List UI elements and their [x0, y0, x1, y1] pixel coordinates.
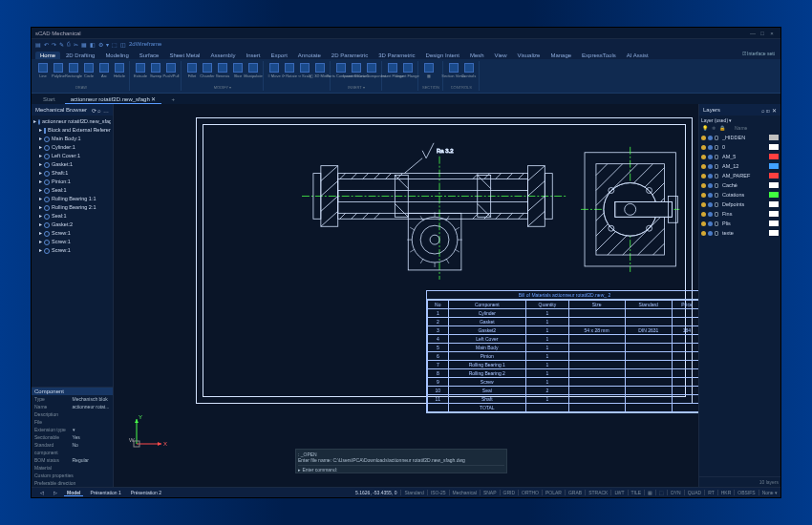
ribbon-button-circle[interactable]: Circle: [82, 62, 96, 79]
freeze-icon[interactable]: [708, 231, 713, 236]
status-toggle-strack[interactable]: STRACK: [585, 490, 610, 495]
property-row[interactable]: File: [32, 418, 113, 426]
tree-node[interactable]: ▸Seal:1: [33, 212, 111, 220]
minimize-button[interactable]: —: [748, 31, 758, 36]
ribbon-button-polyline[interactable]: Polyline: [52, 62, 65, 79]
visibility-icon[interactable]: [701, 212, 706, 217]
status-toggle-none-[interactable]: None ▾: [759, 490, 780, 495]
visibility-icon[interactable]: [701, 202, 706, 207]
freeze-icon[interactable]: [708, 164, 713, 169]
ribbon-button--rotate[interactable]: ⟳ Rotate: [283, 62, 296, 79]
status-toggle-grab[interactable]: GRAB: [565, 490, 585, 495]
status-toggle-snap[interactable]: SNAP: [480, 490, 500, 495]
ribbon-tab-2d-parametric[interactable]: 2D Parametric: [327, 52, 373, 59]
visibility-icon[interactable]: [701, 174, 706, 178]
tree-node[interactable]: ▸Left Cover:1: [33, 152, 111, 160]
tree-node[interactable]: ▸Shaft:1: [33, 169, 111, 178]
ribbon-tab-insert[interactable]: Insert: [241, 52, 265, 59]
ribbon-tab-assembly[interactable]: Assembly: [205, 52, 240, 59]
visibility-icon[interactable]: [701, 136, 706, 140]
layout-tab[interactable]: ▷: [51, 490, 60, 496]
visibility-icon[interactable]: [701, 155, 706, 159]
status-toggle-ortho[interactable]: ORTHO: [518, 490, 542, 495]
status-toggle-quad[interactable]: QUAD: [684, 490, 704, 495]
color-swatch[interactable]: [769, 135, 779, 140]
layer-row[interactable]: AM_PAREF: [701, 171, 779, 180]
ribbon-tab-3d-parametric[interactable]: 3D Parametric: [374, 52, 419, 59]
layout-tab[interactable]: Model: [64, 490, 83, 496]
command-line[interactable]: : _OPEN Enter file name: C:\Users\PCA\Do…: [295, 449, 507, 473]
lock-icon[interactable]: [715, 202, 718, 207]
interface-settings-toggle[interactable]: ☑ Interface sett: [742, 51, 775, 56]
freeze-icon[interactable]: [708, 212, 713, 217]
ribbon-button-slice[interactable]: Slice: [231, 62, 245, 79]
property-row[interactable]: Nameactionneur rotat...: [32, 403, 113, 410]
tree-node[interactable]: ▸Pinion:1: [33, 178, 111, 186]
tree-node[interactable]: ▸Seal:1: [33, 186, 111, 195]
freeze-icon[interactable]: [708, 202, 713, 207]
visibility-icon[interactable]: [701, 221, 706, 226]
component-tree[interactable]: ▸actionneur rotatif2D.new_sfagh▸Block an…: [32, 116, 113, 387]
status-toggle-grid[interactable]: GRID: [500, 490, 519, 495]
tree-node[interactable]: ▸Gasket:1: [33, 160, 111, 169]
layer-row[interactable]: AM_5: [701, 152, 779, 161]
layout-tab[interactable]: ◁: [37, 490, 47, 496]
ucs-icon[interactable]: X Y W: [129, 413, 167, 452]
ribbon-tab-annotate[interactable]: Annotate: [293, 52, 326, 59]
status-toggle-mechanical[interactable]: Mechanical: [449, 490, 480, 495]
visibility-icon[interactable]: [701, 145, 706, 150]
tree-node[interactable]: ▸Cylinder:1: [33, 143, 111, 152]
tree-node[interactable]: ▸Block and External References: [33, 126, 111, 135]
layer-row[interactable]: AM_12: [701, 161, 779, 171]
ribbon-tab-modeling[interactable]: Modeling: [100, 52, 133, 59]
color-swatch[interactable]: [769, 192, 779, 198]
ribbon-tab-ai-assist[interactable]: AI Assist: [622, 52, 653, 59]
lock-icon[interactable]: [715, 231, 718, 236]
color-swatch[interactable]: [769, 144, 779, 150]
ribbon-button-rectangle[interactable]: Rectangle: [67, 62, 80, 79]
layer-row[interactable]: Cotations: [701, 190, 779, 200]
visibility-icon[interactable]: [701, 183, 706, 188]
layer-row[interactable]: Defpoints: [701, 200, 779, 209]
panel-actions[interactable]: ⟳ ⌕ …: [92, 107, 109, 114]
qat-item-12[interactable]: 2dWireframe: [129, 41, 161, 47]
ribbon-tab-visualize[interactable]: Visualize: [512, 52, 545, 59]
property-row[interactable]: Standard componentNo: [32, 441, 113, 456]
ribbon-tab-export[interactable]: Export: [266, 52, 291, 59]
visibility-icon[interactable]: [701, 231, 706, 236]
qat-item-8[interactable]: ⚙: [98, 41, 103, 48]
ribbon-tab-mesh[interactable]: Mesh: [465, 52, 489, 59]
ribbon-tab-manage[interactable]: Manage: [545, 52, 576, 59]
lock-icon[interactable]: [715, 212, 718, 217]
color-swatch[interactable]: [769, 173, 779, 178]
status-toggle-iso-25[interactable]: ISO-25: [427, 490, 449, 495]
freeze-icon[interactable]: [708, 193, 713, 198]
lock-icon[interactable]: [715, 221, 718, 226]
ribbon-button-chamfer[interactable]: Chamfer: [201, 62, 214, 79]
visibility-icon[interactable]: [701, 193, 706, 198]
qat-item-3[interactable]: ✎: [59, 41, 64, 48]
ribbon-tab-sheet-metal[interactable]: Sheet Metal: [164, 52, 204, 59]
lock-icon[interactable]: [715, 183, 718, 188]
qat-item-6[interactable]: ▦: [81, 41, 87, 48]
freeze-icon[interactable]: [708, 221, 713, 226]
status-toggle-standard[interactable]: Standard: [400, 490, 426, 495]
maximize-button[interactable]: □: [758, 31, 767, 36]
status-toggle--[interactable]: ▦: [644, 490, 655, 495]
ribbon-button-section-views[interactable]: Section Views: [447, 62, 460, 79]
ribbon-tab-2d-drafting[interactable]: 2D Drafting: [61, 52, 99, 59]
qat-item-7[interactable]: ◧: [90, 41, 96, 48]
qat-item-11[interactable]: ◫: [120, 41, 126, 48]
ribbon-button-line[interactable]: Line: [36, 62, 50, 79]
freeze-icon[interactable]: [708, 183, 713, 188]
status-toggle-polar[interactable]: POLAR: [542, 490, 565, 495]
ribbon-button-insert-flange[interactable]: Insert Flange: [401, 62, 415, 79]
panel-actions[interactable]: ⌕ ◫ ✕: [761, 107, 777, 114]
status-toggle--[interactable]: ⬚: [655, 490, 667, 495]
drawing-canvas[interactable]: Ra 3.2: [114, 104, 698, 487]
doc-tab[interactable]: +: [165, 95, 181, 103]
status-toggle-lwt[interactable]: LWT: [610, 490, 627, 495]
ribbon-button-extrude[interactable]: Extrude: [134, 62, 147, 79]
status-toggle-obsifs[interactable]: OBSIFS: [734, 490, 758, 495]
color-swatch[interactable]: [769, 220, 779, 226]
